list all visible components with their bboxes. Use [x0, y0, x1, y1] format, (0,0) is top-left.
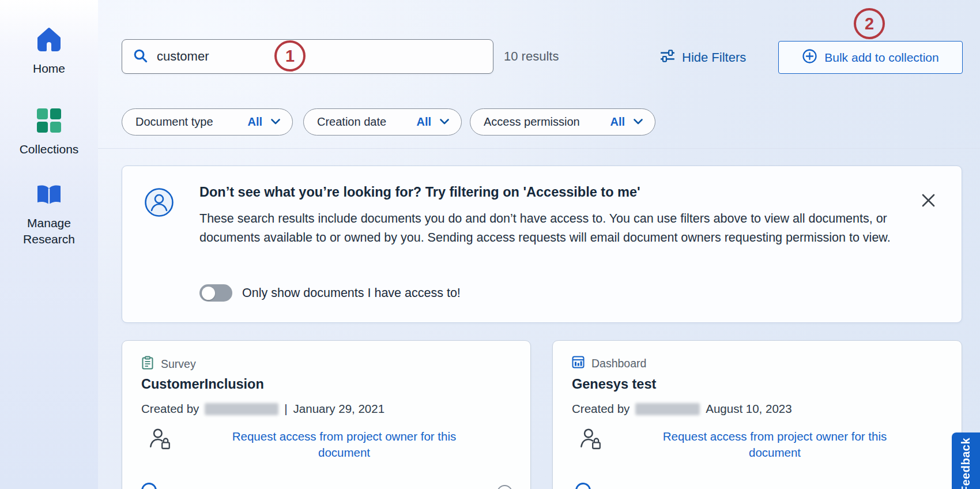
created-by-label: Created by	[141, 402, 199, 416]
person-circle-icon	[144, 187, 174, 217]
bulk-add-to-collection-button[interactable]: Bulk add to collection	[778, 41, 963, 74]
filter-creation-date[interactable]: Creation date All	[303, 108, 462, 136]
feedback-label: Feedback	[959, 438, 973, 489]
dashboard-icon	[572, 356, 585, 371]
annotation-step-1: 1	[274, 40, 306, 72]
chevron-down-icon	[633, 117, 643, 127]
annotation-step-2: 2	[854, 8, 885, 39]
filter-label: Access permission	[484, 115, 580, 129]
toggle-knob	[202, 287, 215, 300]
bulk-add-label: Bulk add to collection	[824, 51, 938, 65]
banner-body: These search results include documents y…	[199, 209, 909, 247]
app-root: Home Collections Manage Research	[0, 0, 980, 489]
document-type-label: Survey	[161, 358, 196, 371]
request-access-link[interactable]: Request access from project owner for th…	[639, 428, 910, 460]
created-date: January 29, 2021	[293, 402, 385, 416]
document-title: Genesys test	[572, 377, 656, 392]
hide-filters-label: Hide Filters	[682, 50, 746, 65]
close-icon	[921, 201, 936, 210]
collections-icon	[36, 107, 62, 136]
results-count: 10 results	[504, 49, 559, 64]
document-title: CustomerInclusion	[141, 377, 264, 392]
filter-value: All	[416, 115, 431, 129]
separator: |	[284, 402, 287, 416]
created-by-label: Created by	[572, 402, 630, 416]
filter-access-permission[interactable]: Access permission All	[470, 108, 655, 136]
search-box	[122, 39, 493, 74]
creator-name-redacted	[205, 403, 278, 415]
filter-document-type[interactable]: Document type All	[122, 108, 293, 136]
access-only-toggle[interactable]	[199, 284, 232, 302]
banner-title: Don’t see what you’re looking for? Try f…	[199, 185, 640, 200]
feedback-tab[interactable]: Feedback	[952, 432, 980, 489]
banner-close-button[interactable]	[919, 193, 937, 210]
document-type-label: Dashboard	[591, 357, 646, 370]
person-lock-icon	[148, 426, 172, 454]
request-access-link[interactable]: Request access from project owner for th…	[209, 428, 480, 460]
creator-name-redacted	[635, 403, 700, 415]
sidebar-item-collections-label: Collections	[20, 141, 79, 157]
chevron-down-icon	[270, 117, 281, 127]
survey-clipboard-icon	[141, 356, 154, 372]
sidebar-item-manage-research-label: Manage Research	[17, 215, 81, 247]
hide-filters-button[interactable]: Hide Filters	[659, 48, 746, 67]
search-icon	[133, 48, 148, 66]
person-lock-icon	[578, 426, 602, 454]
created-row: Created by | January 29, 2021	[141, 402, 385, 416]
filter-value: All	[610, 115, 625, 129]
sidebar-item-home-label: Home	[33, 61, 65, 77]
divider	[98, 148, 980, 149]
filter-value: All	[247, 115, 262, 129]
sidebar-item-manage-research[interactable]: Manage Research	[0, 183, 98, 247]
document-type-row: Dashboard	[572, 356, 646, 371]
sidebar-item-home[interactable]: Home	[0, 27, 98, 77]
card-footer-icon-right[interactable]	[497, 485, 512, 489]
sidebar: Home Collections Manage Research	[0, 0, 98, 489]
sidebar-item-collections[interactable]: Collections	[0, 107, 98, 157]
plus-circle-icon	[802, 48, 817, 67]
home-icon	[35, 27, 63, 55]
result-card-survey: Survey CustomerInclusion Created by | Ja…	[122, 340, 531, 489]
created-date: August 10, 2023	[706, 402, 791, 416]
result-card-dashboard: Dashboard Genesys test Created by August…	[552, 340, 962, 489]
filter-label: Document type	[135, 115, 213, 129]
created-row: Created by August 10, 2023	[572, 402, 792, 416]
search-input[interactable]	[157, 49, 493, 64]
chevron-down-icon	[439, 117, 450, 127]
filter-label: Creation date	[317, 115, 386, 129]
access-info-banner: Don’t see what you’re looking for? Try f…	[122, 165, 962, 323]
toggle-label: Only show documents I have access to!	[242, 286, 461, 300]
card-footer-icon-left[interactable]	[575, 483, 591, 489]
filter-sliders-icon	[659, 48, 676, 67]
card-footer-icon-left[interactable]	[141, 483, 157, 489]
manage-research-icon	[35, 183, 63, 210]
document-type-row: Survey	[141, 356, 196, 372]
